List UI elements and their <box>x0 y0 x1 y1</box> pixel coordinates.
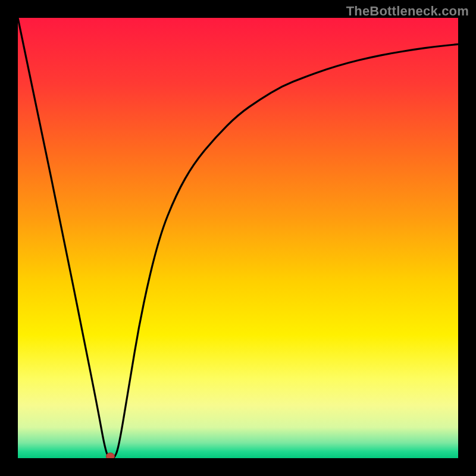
chart-frame: TheBottleneck.com <box>0 0 476 476</box>
plot-svg <box>18 18 458 458</box>
heat-gradient-background <box>18 18 458 458</box>
watermark-text: TheBottleneck.com <box>346 4 469 19</box>
minimum-point-marker <box>106 453 114 458</box>
plot-area <box>18 18 458 458</box>
